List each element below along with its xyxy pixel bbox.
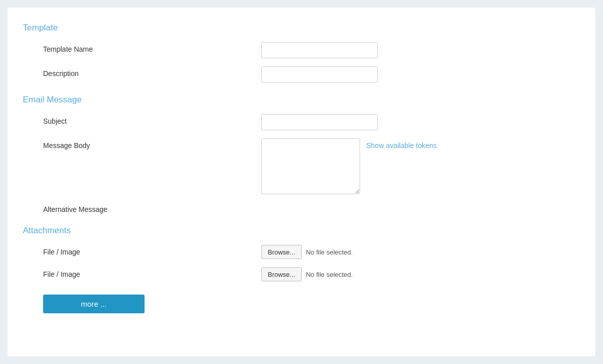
file-status-1: No file selected. bbox=[306, 248, 353, 256]
alternative-message-label: Alternative Message bbox=[43, 202, 261, 213]
alternative-message-row: Alternative Message bbox=[23, 202, 580, 213]
subject-row: Subject bbox=[23, 114, 580, 130]
description-input[interactable] bbox=[261, 66, 378, 83]
attachments-section-title: Attachments bbox=[23, 226, 580, 236]
message-body-row: Message Body Show available tokens bbox=[23, 138, 580, 194]
template-name-input[interactable] bbox=[261, 42, 378, 58]
file-inputs-1: Browse... No file selected. bbox=[261, 245, 353, 259]
email-message-section: Email Message Subject Message Body Show … bbox=[23, 95, 580, 213]
description-label: Description bbox=[43, 66, 261, 78]
more-button[interactable]: more ... bbox=[43, 295, 145, 313]
message-body-inputs: Show available tokens bbox=[261, 138, 437, 194]
show-available-tokens-link[interactable]: Show available tokens bbox=[366, 138, 437, 150]
subject-label: Subject bbox=[43, 114, 261, 125]
file-status-2: No file selected. bbox=[306, 271, 353, 278]
message-body-textarea[interactable] bbox=[261, 138, 360, 194]
template-name-row: Template Name bbox=[23, 42, 580, 58]
file-image-label-2: File / Image bbox=[43, 270, 261, 278]
browse-button-1[interactable]: Browse... bbox=[261, 245, 302, 259]
page-wrapper: Template Template Name Description Email… bbox=[8, 8, 595, 356]
attachments-section: Attachments File / Image Browse... No fi… bbox=[23, 226, 580, 313]
template-name-label: Template Name bbox=[43, 42, 261, 53]
template-section: Template Template Name Description bbox=[23, 23, 580, 83]
file-image-label-1: File / Image bbox=[43, 248, 261, 256]
file-inputs-2: Browse... No file selected. bbox=[261, 267, 353, 281]
file-image-row-1: File / Image Browse... No file selected. bbox=[23, 245, 580, 259]
browse-button-2[interactable]: Browse... bbox=[261, 267, 302, 281]
message-body-label: Message Body bbox=[43, 138, 261, 150]
description-row: Description bbox=[23, 66, 580, 83]
subject-input[interactable] bbox=[261, 114, 378, 130]
template-section-title: Template bbox=[23, 23, 580, 33]
email-message-section-title: Email Message bbox=[23, 95, 580, 105]
file-image-row-2: File / Image Browse... No file selected. bbox=[23, 267, 580, 281]
